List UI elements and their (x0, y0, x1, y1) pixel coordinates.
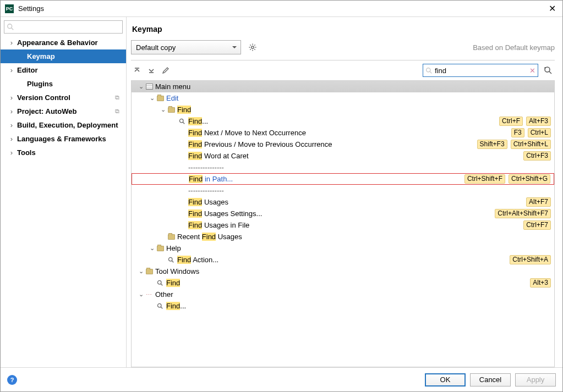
svg-line-26 (161, 307, 162, 308)
keymap-row-label: Other (155, 290, 551, 299)
window-title: Settings (18, 4, 546, 13)
find-shortcut-icon[interactable] (542, 64, 555, 77)
shortcut-badge: Ctrl+Shift+A (510, 255, 551, 264)
keymap-row[interactable]: --------------- (132, 185, 554, 196)
search-icon (425, 67, 433, 74)
keymap-row[interactable]: ⌄Help (132, 242, 554, 254)
ok-button[interactable]: OK (425, 373, 466, 387)
svg-point-13 (427, 68, 430, 71)
folder-icon (167, 107, 176, 113)
keymap-row[interactable]: ⌄Find (132, 104, 554, 115)
clear-search-icon[interactable]: ✕ (529, 67, 535, 75)
svg-point-25 (157, 303, 161, 307)
chevron-right-icon: › (7, 121, 16, 129)
sidebar-item[interactable]: ›Version Control⧉ (1, 91, 126, 104)
sidebar-item[interactable]: ›Tools (1, 146, 126, 159)
keymap-row-label: --------------- (188, 186, 551, 195)
keymap-search-input[interactable]: ✕ (423, 64, 538, 77)
close-icon[interactable]: ✕ (546, 3, 558, 14)
edit-icon[interactable] (160, 64, 172, 76)
keymap-row[interactable]: Find Usages in FileCtrl+F7 (132, 219, 554, 231)
search-icon (156, 303, 165, 310)
keymap-row-label: --------------- (188, 163, 551, 172)
sidebar-item[interactable]: ›Languages & Frameworks (1, 132, 126, 146)
sidebar-item-label: Editor (16, 66, 123, 74)
keymap-row[interactable]: Find... (132, 300, 554, 312)
sidebar-item-label: Keymap (26, 52, 123, 60)
shortcut-badge: Alt+F3 (526, 117, 551, 126)
svg-line-16 (549, 71, 551, 74)
keymap-row[interactable]: ⌄Edit (132, 92, 554, 104)
keymap-row[interactable]: Find Next / Move to Next OccurrenceF3Ctr… (132, 127, 554, 139)
keymap-row[interactable]: Find Previous / Move to Previous Occurre… (132, 139, 554, 150)
keymap-row-label: Find Usages (188, 198, 526, 206)
apply-button[interactable]: Apply (515, 373, 556, 387)
keymap-row[interactable]: Find UsagesAlt+F7 (132, 196, 554, 208)
shortcut-badge: Ctrl+F (499, 117, 523, 126)
keymap-row[interactable]: ⌄Main menu (132, 81, 554, 92)
svg-point-2 (252, 46, 254, 48)
main-panel: Keymap Default copy Based on Default key… (127, 17, 562, 367)
chevron-down-icon: ⌄ (148, 95, 156, 102)
keymap-row[interactable]: Find Word at CaretCtrl+F3 (132, 150, 554, 162)
svg-line-20 (183, 122, 184, 124)
search-query[interactable] (435, 67, 527, 75)
help-icon[interactable]: ? (7, 375, 17, 385)
keymap-row[interactable]: ⌄⋯Other (132, 289, 554, 300)
shortcut-list: Alt+3 (530, 278, 551, 288)
shortcut-list: F3Ctrl+L (511, 128, 551, 137)
svg-line-1 (12, 28, 14, 30)
sidebar-item-label: Languages & Frameworks (16, 135, 123, 143)
shortcut-badge: Ctrl+Shift+F (464, 174, 505, 184)
chevron-right-icon: › (7, 135, 16, 143)
keymap-row[interactable]: Recent Find Usages (132, 231, 554, 242)
chevron-right-icon: › (7, 38, 16, 47)
svg-point-0 (8, 24, 12, 29)
keymap-row[interactable]: ⌄Tool Windows (132, 266, 554, 277)
svg-line-14 (430, 71, 431, 73)
keymap-row[interactable]: Find in Path...Ctrl+Shift+FCtrl+Shift+G (132, 173, 554, 185)
chevron-right-icon: › (7, 66, 16, 74)
expand-all-icon[interactable] (131, 64, 143, 76)
keymap-scheme-select[interactable]: Default copy (131, 40, 241, 54)
sidebar-item[interactable]: ›Project: AutoWeb⧉ (1, 104, 126, 118)
sidebar-item[interactable]: ›Build, Execution, Deployment (1, 118, 126, 132)
svg-line-7 (250, 45, 250, 45)
cancel-button[interactable]: Cancel (470, 373, 511, 387)
keymap-row-label: Main menu (155, 82, 551, 91)
svg-line-8 (254, 49, 255, 49)
keymap-row[interactable]: FindAlt+3 (132, 277, 554, 289)
keymap-row-label: Find... (188, 117, 499, 125)
app-icon: PC (5, 4, 14, 13)
keymap-row-label: Help (166, 244, 551, 252)
scheme-value: Default copy (136, 43, 176, 52)
collapse-all-icon[interactable] (145, 64, 157, 76)
search-icon (156, 280, 165, 286)
shortcut-list: Ctrl+FAlt+F3 (499, 117, 551, 126)
keymap-row-label: Recent Find Usages (177, 233, 551, 241)
chevron-right-icon: › (7, 148, 16, 157)
keymap-row-label: Find Action... (177, 256, 510, 264)
shortcut-list: Ctrl+F3 (523, 151, 551, 161)
sidebar-search-input[interactable] (4, 20, 123, 34)
sidebar-item[interactable]: Keymap (1, 49, 126, 63)
sidebar-item[interactable]: ›Editor (1, 63, 126, 77)
sidebar-item[interactable]: ›Appearance & Behavior (1, 36, 126, 49)
sidebar-item[interactable]: Plugins (1, 77, 126, 91)
titlebar: PC Settings ✕ (1, 1, 562, 17)
svg-point-21 (168, 257, 172, 261)
keymap-row[interactable]: --------------- (132, 162, 554, 173)
footer: ? OK Cancel Apply (1, 367, 562, 391)
keymap-row[interactable]: Find Action...Ctrl+Shift+A (132, 254, 554, 266)
keymap-row[interactable]: Find Usages Settings...Ctrl+Alt+Shift+F7 (132, 208, 554, 219)
shortcut-badge: F3 (511, 128, 524, 137)
keymap-tree[interactable]: ⌄Main menu⌄Edit⌄FindFind...Ctrl+FAlt+F3F… (131, 80, 555, 367)
svg-line-9 (254, 45, 255, 45)
sidebar-item-label: Appearance & Behavior (16, 38, 123, 47)
sidebar-item-label: Version Control (16, 93, 115, 102)
shortcut-badge: Ctrl+F3 (523, 151, 551, 161)
gear-icon[interactable] (247, 41, 259, 53)
keymap-row[interactable]: Find...Ctrl+FAlt+F3 (132, 115, 554, 127)
shortcut-badge: Alt+3 (530, 278, 551, 288)
folder-icon (156, 246, 165, 251)
